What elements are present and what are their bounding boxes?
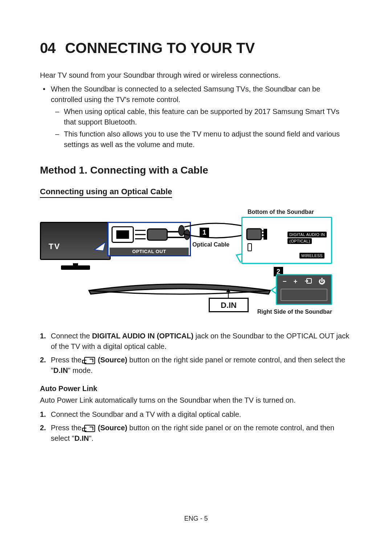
din-pointer-line <box>228 290 229 298</box>
svg-rect-2 <box>147 229 167 240</box>
bottom-soundbar-label: Bottom of the Soundbar <box>248 209 314 215</box>
dash-list: When using optical cable, this feature c… <box>51 106 352 150</box>
wireless-text: WIRELESS <box>299 253 324 259</box>
step-text-bold: (Source) <box>96 356 127 364</box>
soundbar-bottom-inner: DIGITAL AUDIO IN (OPTICAL) WIRELESS <box>245 220 329 261</box>
source-icon <box>84 425 95 432</box>
din-display: D.IN <box>209 298 249 312</box>
svg-rect-1 <box>116 230 129 239</box>
wireless-label: WIRELESS <box>299 252 324 259</box>
bullet-text: When the Soundbar is connected to a sele… <box>51 85 320 103</box>
svg-rect-7 <box>264 229 267 240</box>
digital-audio-in-text2: (OPTICAL) <box>287 238 312 244</box>
step-number: 1. <box>40 409 46 420</box>
volume-up-icon: + <box>294 278 298 285</box>
auto-power-link-text: Auto Power Link automatically turns on t… <box>40 395 352 406</box>
step-text-bold: (Source) <box>96 424 127 432</box>
volume-down-icon: − <box>283 278 287 285</box>
step-item: 2. Press the (Source) button on the righ… <box>51 355 352 376</box>
source-icon <box>84 357 95 364</box>
optical-in-port-icon <box>246 228 268 241</box>
section-number: 04 <box>40 40 56 56</box>
section-heading: 04 CONNECTING TO YOUR TV <box>40 40 352 56</box>
soundbar-illustration <box>87 276 272 296</box>
auto-power-link-heading: Auto Power Link <box>40 385 352 393</box>
step-text-bold: D.IN <box>74 434 89 442</box>
svg-rect-6 <box>247 229 261 240</box>
intro-bullets: When the Soundbar is connected to a sele… <box>40 84 352 150</box>
wireless-port-icon <box>248 243 252 251</box>
step-text-bold: DIGITAL AUDIO IN (OPTICAL) <box>92 332 193 340</box>
dash-item: When using optical cable, this feature c… <box>64 106 352 127</box>
step-text: Connect the Soundbar and a TV with a dig… <box>51 410 241 418</box>
soundbar-bottom-callout: DIGITAL AUDIO IN (OPTICAL) WIRELESS <box>241 217 332 264</box>
soundbar-svg <box>87 276 272 296</box>
soundbar-right-side-callout: − + ⏻ <box>276 274 332 305</box>
step-number: 1. <box>40 331 46 341</box>
optical-out-label: OPTICAL OUT <box>110 248 189 255</box>
right-side-label: Right Side of the Soundbar <box>257 309 332 315</box>
tv-stand <box>61 265 90 270</box>
digital-audio-in-text1: DIGITAL AUDIO IN <box>287 232 327 237</box>
step-text: Connect the <box>51 332 92 340</box>
sub-heading: Connecting using an Optical Cable <box>40 187 352 198</box>
connection-steps: 1. Connect the DIGITAL AUDIO IN (OPTICAL… <box>40 331 352 376</box>
step-item: 2. Press the (Source) button on the righ… <box>51 423 352 444</box>
dash-item: This function also allows you to use the… <box>64 129 352 150</box>
sub-heading-text: Connecting using an Optical Cable <box>40 187 172 198</box>
page-number: ENG - 5 <box>0 515 392 522</box>
step-item: 1. Connect the DIGITAL AUDIO IN (OPTICAL… <box>51 331 352 352</box>
source-button-icon <box>305 278 312 285</box>
intro-text: Hear TV sound from your Soundbar through… <box>40 70 352 80</box>
optical-cable-label: Optical Cable <box>192 241 229 248</box>
apl-steps: 1. Connect the Soundbar and a TV with a … <box>40 409 352 444</box>
svg-point-4 <box>179 225 184 236</box>
right-side-screen <box>281 289 327 301</box>
step-item: 1. Connect the Soundbar and a TV with a … <box>51 409 352 420</box>
step-text-bold: D.IN <box>53 366 68 374</box>
digital-audio-in-label: DIGITAL AUDIO IN (OPTICAL) <box>287 231 327 244</box>
step-number: 2. <box>40 355 46 365</box>
step-text: ". <box>89 434 94 442</box>
section-title: CONNECTING TO YOUR TV <box>65 40 255 56</box>
tv-illustration: TV <box>40 222 111 265</box>
method-heading: Method 1. Connecting with a Cable <box>40 164 352 176</box>
step-text: Press the <box>51 424 83 432</box>
tv-screen <box>40 222 111 260</box>
step-text: Press the <box>51 356 83 364</box>
connection-diagram: Bottom of the Soundbar TV OPTICAL OUT 1 … <box>40 209 352 321</box>
power-icon: ⏻ <box>319 278 325 285</box>
bullet-item: When the Soundbar is connected to a sele… <box>51 84 352 150</box>
step-number: 2. <box>40 423 46 433</box>
step-text: " mode. <box>68 366 93 374</box>
tv-label: TV <box>49 242 60 251</box>
